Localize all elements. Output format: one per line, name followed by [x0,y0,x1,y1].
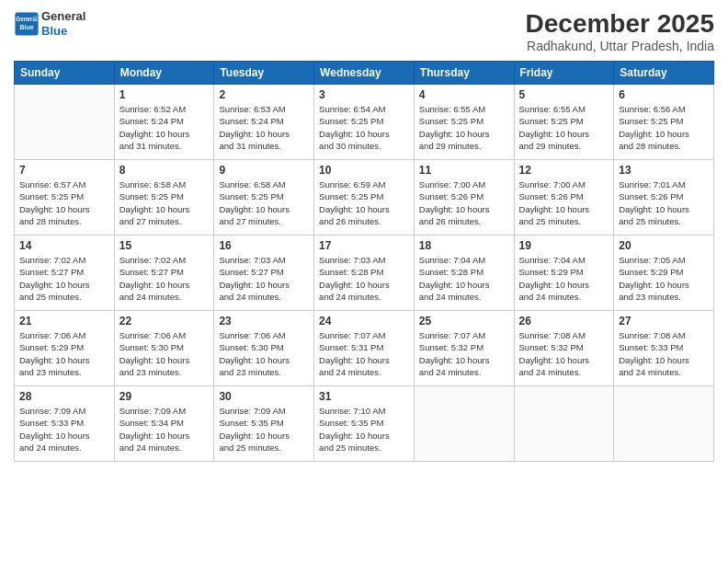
day-number: 2 [219,88,309,101]
table-row: 22Sunrise: 7:06 AM Sunset: 5:30 PM Dayli… [114,311,214,386]
col-thursday: Thursday [414,62,514,85]
table-row: 9Sunrise: 6:58 AM Sunset: 5:25 PM Daylig… [214,160,314,236]
day-info: Sunrise: 7:03 AM Sunset: 5:28 PM Dayligh… [319,254,409,303]
day-info: Sunrise: 6:59 AM Sunset: 5:25 PM Dayligh… [319,178,409,227]
day-info: Sunrise: 7:06 AM Sunset: 5:29 PM Dayligh… [19,329,109,378]
calendar-week-row: 1Sunrise: 6:52 AM Sunset: 5:24 PM Daylig… [15,85,714,160]
day-info: Sunrise: 6:58 AM Sunset: 5:25 PM Dayligh… [219,178,309,227]
day-number: 31 [319,390,409,403]
table-row: 17Sunrise: 7:03 AM Sunset: 5:28 PM Dayli… [314,236,415,311]
table-row: 6Sunrise: 6:56 AM Sunset: 5:25 PM Daylig… [614,85,714,160]
table-row: 27Sunrise: 7:08 AM Sunset: 5:33 PM Dayli… [614,311,714,386]
day-info: Sunrise: 7:06 AM Sunset: 5:30 PM Dayligh… [219,329,309,378]
day-number: 6 [619,88,709,101]
day-number: 18 [419,239,509,252]
logo-icon: General Blue [14,11,40,37]
day-number: 7 [19,164,109,177]
day-number: 30 [219,390,309,403]
table-row: 23Sunrise: 7:06 AM Sunset: 5:30 PM Dayli… [214,311,314,386]
day-info: Sunrise: 7:09 AM Sunset: 5:34 PM Dayligh… [119,405,210,454]
day-number: 25 [419,315,509,327]
table-row: 19Sunrise: 7:04 AM Sunset: 5:29 PM Dayli… [514,236,614,311]
day-number: 20 [619,239,709,252]
day-info: Sunrise: 7:09 AM Sunset: 5:35 PM Dayligh… [219,405,309,454]
calendar-week-row: 7Sunrise: 6:57 AM Sunset: 5:25 PM Daylig… [15,160,714,236]
day-number: 17 [319,239,409,252]
day-info: Sunrise: 7:06 AM Sunset: 5:30 PM Dayligh… [119,329,210,378]
day-number: 3 [319,88,409,101]
month-title: December 2025 [526,9,714,39]
table-row: 11Sunrise: 7:00 AM Sunset: 5:26 PM Dayli… [414,160,514,236]
day-info: Sunrise: 7:02 AM Sunset: 5:27 PM Dayligh… [119,254,210,303]
day-info: Sunrise: 6:55 AM Sunset: 5:25 PM Dayligh… [419,103,509,152]
day-number: 26 [519,315,609,327]
day-info: Sunrise: 7:01 AM Sunset: 5:26 PM Dayligh… [619,178,709,227]
day-info: Sunrise: 7:04 AM Sunset: 5:28 PM Dayligh… [419,254,509,303]
day-number: 12 [519,164,609,177]
col-saturday: Saturday [614,62,714,85]
table-row: 28Sunrise: 7:09 AM Sunset: 5:33 PM Dayli… [15,386,115,462]
table-row: 16Sunrise: 7:03 AM Sunset: 5:27 PM Dayli… [214,236,314,311]
day-number: 1 [119,88,210,101]
day-info: Sunrise: 6:57 AM Sunset: 5:25 PM Dayligh… [19,178,109,227]
day-number: 8 [119,164,210,177]
day-number: 29 [119,390,210,403]
day-number: 28 [19,390,109,403]
table-row: 15Sunrise: 7:02 AM Sunset: 5:27 PM Dayli… [114,236,214,311]
svg-text:Blue: Blue [19,23,33,29]
table-row: 29Sunrise: 7:09 AM Sunset: 5:34 PM Dayli… [114,386,214,462]
calendar-week-row: 14Sunrise: 7:02 AM Sunset: 5:27 PM Dayli… [15,236,714,311]
day-info: Sunrise: 6:54 AM Sunset: 5:25 PM Dayligh… [319,103,409,152]
day-number: 5 [519,88,609,101]
day-number: 10 [319,164,409,177]
table-row: 2Sunrise: 6:53 AM Sunset: 5:24 PM Daylig… [214,85,314,160]
day-info: Sunrise: 7:04 AM Sunset: 5:29 PM Dayligh… [519,254,609,303]
table-row: 1Sunrise: 6:52 AM Sunset: 5:24 PM Daylig… [114,85,214,160]
table-row: 31Sunrise: 7:10 AM Sunset: 5:35 PM Dayli… [314,386,415,462]
day-info: Sunrise: 7:00 AM Sunset: 5:26 PM Dayligh… [519,178,609,227]
day-number: 22 [119,315,210,327]
table-row: 10Sunrise: 6:59 AM Sunset: 5:25 PM Dayli… [314,160,415,236]
day-info: Sunrise: 7:08 AM Sunset: 5:32 PM Dayligh… [519,329,609,378]
table-row: 3Sunrise: 6:54 AM Sunset: 5:25 PM Daylig… [314,85,415,160]
location-title: Radhakund, Uttar Pradesh, India [526,39,714,53]
day-number: 23 [219,315,309,327]
day-number: 11 [419,164,509,177]
day-number: 16 [219,239,309,252]
day-number: 19 [519,239,609,252]
page-header: General Blue General Blue December 2025 … [14,9,714,53]
day-info: Sunrise: 7:10 AM Sunset: 5:35 PM Dayligh… [319,405,409,454]
day-number: 15 [119,239,210,252]
table-row: 5Sunrise: 6:55 AM Sunset: 5:25 PM Daylig… [514,85,614,160]
day-number: 4 [419,88,509,101]
calendar-header-row: Sunday Monday Tuesday Wednesday Thursday… [15,62,714,85]
day-info: Sunrise: 7:03 AM Sunset: 5:27 PM Dayligh… [219,254,309,303]
day-info: Sunrise: 6:58 AM Sunset: 5:25 PM Dayligh… [119,178,210,227]
day-info: Sunrise: 7:07 AM Sunset: 5:31 PM Dayligh… [319,329,409,378]
day-info: Sunrise: 7:08 AM Sunset: 5:33 PM Dayligh… [619,329,709,378]
title-block: December 2025 Radhakund, Uttar Pradesh, … [526,9,714,53]
day-number: 14 [19,239,109,252]
calendar-week-row: 28Sunrise: 7:09 AM Sunset: 5:33 PM Dayli… [15,386,714,462]
table-row: 4Sunrise: 6:55 AM Sunset: 5:25 PM Daylig… [414,85,514,160]
col-tuesday: Tuesday [214,62,314,85]
day-info: Sunrise: 6:55 AM Sunset: 5:25 PM Dayligh… [519,103,609,152]
day-info: Sunrise: 7:09 AM Sunset: 5:33 PM Dayligh… [19,405,109,454]
table-row: 7Sunrise: 6:57 AM Sunset: 5:25 PM Daylig… [15,160,115,236]
col-wednesday: Wednesday [314,62,415,85]
table-row [414,386,514,462]
day-number: 27 [619,315,709,327]
table-row [15,85,115,160]
table-row [514,386,614,462]
table-row: 13Sunrise: 7:01 AM Sunset: 5:26 PM Dayli… [614,160,714,236]
table-row: 24Sunrise: 7:07 AM Sunset: 5:31 PM Dayli… [314,311,415,386]
day-info: Sunrise: 7:07 AM Sunset: 5:32 PM Dayligh… [419,329,509,378]
day-info: Sunrise: 6:56 AM Sunset: 5:25 PM Dayligh… [619,103,709,152]
table-row: 25Sunrise: 7:07 AM Sunset: 5:32 PM Dayli… [414,311,514,386]
table-row: 18Sunrise: 7:04 AM Sunset: 5:28 PM Dayli… [414,236,514,311]
calendar: Sunday Monday Tuesday Wednesday Thursday… [14,61,714,462]
logo: General Blue General Blue [14,9,85,38]
col-monday: Monday [114,62,214,85]
table-row: 12Sunrise: 7:00 AM Sunset: 5:26 PM Dayli… [514,160,614,236]
day-number: 21 [19,315,109,327]
